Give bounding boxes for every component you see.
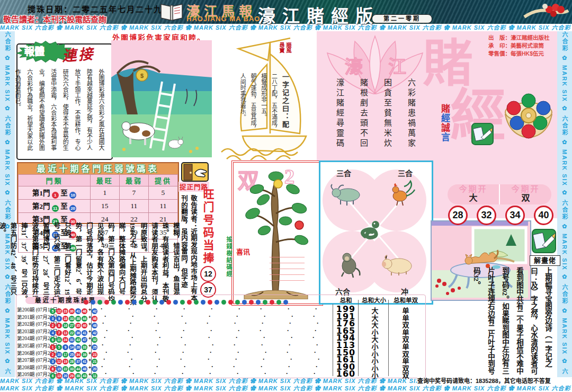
trend-mark: · [288,305,290,313]
trend-mark: · [316,341,318,349]
trend-mark: · [130,319,132,327]
price-line: 零售價：每張HK$伍元 [488,50,559,58]
trend-mark: · [264,313,266,320]
offer-number: 11 [148,200,177,213]
total-value: 160 [334,369,358,379]
range-ball-from: 1 [52,192,59,199]
trend-mark: · [237,349,239,356]
header-ball [159,300,164,305]
hot-table-header: 最弱 [119,175,148,186]
header-ball [132,300,137,305]
header-ball [221,300,226,305]
header-ball [256,300,261,305]
result-row: 第205期 (07月24日)159142633+25·········113小单 [16,341,425,349]
header-ball [139,300,144,305]
trend-mark: · [315,305,317,313]
result-ball: 43 [82,373,87,379]
header-ball [125,300,130,305]
trend-mark: · [235,355,237,363]
trend-mark: · [101,363,103,370]
header-ball [166,300,171,305]
result-row: 第203期 (07月22日)4713223641+42·········165小… [16,327,425,334]
trend-mark: · [103,355,105,363]
trend-mark: · [101,305,103,313]
trend-mark: · [234,319,236,327]
motto-char: 經 [440,113,450,123]
trend-mark: · [129,363,131,370]
draw-number-4: 40 [534,206,553,225]
trend-mark: · [314,349,316,356]
trend-mark: · [318,355,320,363]
total-header: 总和 [334,296,358,304]
trend-mark: · [210,327,212,334]
trend-mark: · [182,349,184,356]
trend-mark: · [260,327,262,334]
printer-line: 承 印：美藝柯式滾筒 [488,42,559,50]
trend-mark: · [207,319,209,327]
svg-text:濠: 濠 [345,57,363,77]
trend-mark: · [159,334,161,341]
svg-text:江: 江 [388,57,406,77]
trend-mark: · [315,327,317,334]
header-ball [215,300,219,305]
relation-label-tr: 三合 [398,167,413,178]
plus-sign: + [88,315,91,320]
range-ball-from: 11 [52,205,59,212]
results-header-balls [84,297,296,304]
header-ball [276,300,281,305]
trend-mark: · [183,305,185,313]
header-ball [97,300,102,305]
header-ball [173,300,178,305]
trend-mark: · [127,349,129,356]
hot-number: 1 [90,186,119,200]
hot-weak-table: 最近十期各門旺弱號碼表 門類最旺最弱提供 第1門 1 至 10175第2門 11… [17,162,179,224]
analysis-text-body: 模糊，错误百出，鱼目混珠。有损读者利益，本刊敬请读者朋友购读本刊，须认明原致误。… [23,222,181,306]
trend-mark: · [208,334,210,341]
knock-door-icon [181,162,209,182]
result-ball: 20 [62,373,68,379]
editorial-title-script: 連接 [61,42,96,65]
trend-mark: · [290,355,292,363]
trend-mark: · [158,355,160,363]
trend-mark: · [154,313,156,320]
trend-mark: · [211,305,213,313]
trend-mark: · [209,370,211,377]
paper-title-latin: HAOJIANG MA BAO [186,15,260,23]
brand-char-du: 賭 [423,39,473,90]
trend-mark: · [263,334,265,341]
result-row: 第200期 (07月19日)51223304146+42·········199… [16,305,425,313]
trend-mark: · [128,305,130,313]
trend-mark: · [131,355,133,363]
svg-text:報體: 報體 [24,46,44,57]
hot-pick-number-1: 12 [200,266,216,282]
trend-mark: · [181,334,183,341]
trend-mark: · [128,327,130,334]
result-ball: 38 [75,373,81,379]
trend-mark: · [291,313,293,320]
trend-mark: · [288,363,290,370]
header-ball [263,300,267,305]
trend-mark: · [155,327,157,334]
plus-sign: + [88,329,91,334]
header-ball [180,300,185,305]
trend-mark: · [156,363,158,370]
draw-number-2: 32 [477,206,496,225]
motto-vertical: 賭經誠言 [439,104,450,142]
offer-number: 5 [148,186,177,200]
plus-sign: + [88,322,91,327]
trend-mark: · [155,349,157,356]
zodiac-butterfly-diagram [320,162,428,300]
flag-text: 順風尋寶 [276,42,292,53]
relation-label-tl: 三合 [336,167,351,178]
header-ball [249,300,254,305]
trend-mark: · [289,319,291,327]
range-ball-to: 20 [69,205,76,212]
trend-mark: · [265,349,267,356]
result-row: 第209期 (07月28日)61320293843+11·········160… [16,370,425,377]
trend-mark: · [132,313,134,320]
hot-pick-title: 旺门号码当捧 [200,189,216,265]
trend-mark: · [129,341,131,349]
hot-table-row: 第1門 1 至 10175 [19,186,178,200]
header-ball [228,300,233,305]
trend-mark: · [208,355,210,363]
